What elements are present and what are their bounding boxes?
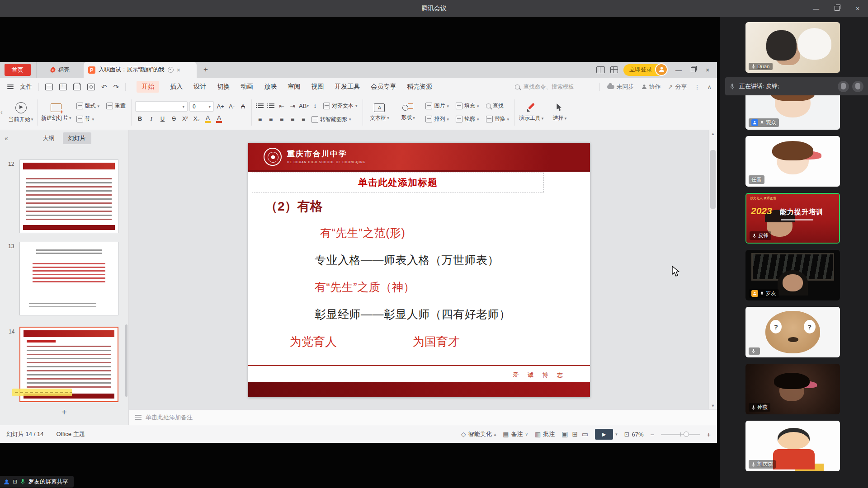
panel-scrollbar-thumb[interactable] [125,324,127,397]
arrange-button[interactable]: 排列▾ [424,113,451,125]
close-button[interactable]: × [847,0,868,17]
tab-slideshow[interactable]: 放映 [264,83,277,91]
clear-format-button[interactable]: A [238,101,248,112]
start-from-current-button[interactable]: 当前开始▾ [8,98,33,127]
tab-docer[interactable]: 稻壳 [36,62,84,78]
reset-button[interactable]: 重置 [104,100,127,112]
participant-tile[interactable]: ? ? [745,307,840,357]
export-icon[interactable] [59,84,67,90]
slide-thumbnail-13[interactable]: 13 [19,242,118,315]
shapes-button[interactable]: 形状▾ [395,98,420,127]
presentation-tools-button[interactable]: 演示工具▾ [519,98,544,127]
picture-button[interactable]: 图片▾ [424,100,451,112]
tab-outline[interactable]: 大纲 [38,132,60,144]
redo-icon[interactable]: ↷ [113,84,119,90]
comments-button[interactable]: ▥批注 [535,430,555,438]
scroll-down-icon[interactable]: ▼ [709,402,717,409]
participant-tile[interactable]: 刘庆森 [745,421,840,471]
minimize-button[interactable]: — [806,0,826,17]
tab-view[interactable]: 视图 [311,83,324,91]
font-size-select[interactable]: 0▾ [189,101,214,112]
strikethrough-button[interactable]: S [169,113,179,124]
collapse-ribbon-icon[interactable]: ∧ [707,84,712,90]
align-left-icon[interactable]: ≡ [255,114,264,124]
search-input[interactable] [523,83,592,90]
participant-tile[interactable]: 罗友 [745,250,840,300]
smart-beautify-button[interactable]: ◇智能美化▴ [461,430,496,438]
outdent-button[interactable]: ⇤ [277,101,286,111]
zoom-slider[interactable] [661,434,700,435]
collaborate-button[interactable]: 协作 [642,83,661,91]
login-button[interactable]: 立即登录 [623,64,666,76]
menu-file[interactable]: 文件 [20,83,32,91]
font-name-select[interactable]: ▾ [135,101,188,112]
print-icon[interactable] [73,84,81,90]
font-color-button[interactable]: A [214,113,224,124]
tab-home[interactable]: 开始 [137,81,159,93]
participant-tile[interactable]: Duan [745,22,840,73]
tab-docer-resources[interactable]: 稻壳资源 [407,83,432,91]
tab-member[interactable]: 会员专享 [371,83,396,91]
replace-button[interactable]: 替换▾ [484,113,511,125]
tab-slides[interactable]: 幻灯片 [63,132,91,144]
wps-minimize-button[interactable]: — [672,63,685,77]
notes-toggle-button[interactable]: ▤备注∨ [503,430,528,438]
share-button[interactable]: ↗分享 [668,83,687,91]
theme-name[interactable]: Office 主题 [56,430,85,438]
zoom-out-button[interactable]: − [650,431,654,438]
underline-button[interactable]: U [158,113,167,124]
bullet-list-button[interactable] [255,101,264,111]
hamburger-icon[interactable] [7,86,14,87]
tab-close-icon[interactable]: × [177,66,180,74]
find-button[interactable]: 查找 [484,100,511,112]
wps-home-button[interactable]: 首页 [5,64,31,76]
tab-active-document[interactable]: P 入职面试：展示“靓丽”的我 × [84,62,197,78]
italic-button[interactable]: I [146,113,156,124]
highlight-color-button[interactable]: A [203,113,212,124]
bold-button[interactable]: B [135,113,145,124]
workspace-grid-icon[interactable] [610,66,618,73]
slide-title-placeholder[interactable]: 单击此处添加标题 [252,173,544,192]
command-search[interactable] [515,83,592,90]
slide-thumbnail-12[interactable]: 12 [19,160,118,233]
sync-status[interactable]: 未同步 [607,83,634,91]
scroll-up-icon[interactable]: ▲ [709,130,717,137]
character-spacing-button[interactable]: AB▾ [299,101,309,111]
tab-review[interactable]: 审阅 [288,83,300,91]
superscript-button[interactable]: X² [180,113,190,124]
sorter-view-icon[interactable]: ⊞ [572,430,578,438]
canvas-scrollbar[interactable]: ▲ ▼ [708,130,717,409]
scrollbar-thumb[interactable] [710,150,716,209]
clap-icon[interactable] [852,81,863,92]
distribute-icon[interactable]: ≡ [299,114,308,124]
decrease-font-button[interactable]: A- [227,101,236,112]
numbered-list-button[interactable] [266,101,275,111]
participant-tile[interactable]: 任晋 [745,136,840,187]
wps-close-button[interactable]: × [701,63,714,77]
increase-font-button[interactable]: A+ [216,101,225,112]
restore-button[interactable] [826,0,847,17]
zoom-in-button[interactable]: + [707,431,711,438]
layout-button[interactable]: 版式▾ [75,100,102,112]
outline-button[interactable]: 轮廓▾ [454,113,481,125]
tab-insert[interactable]: 插入 [170,83,183,91]
line-spacing-button[interactable]: ↕ [311,101,320,111]
new-slide-button[interactable]: 新建幻灯片▾ [41,98,71,127]
reading-view-icon[interactable]: ▭ [582,430,588,438]
wps-restore-button[interactable] [686,63,700,77]
split-view-icon[interactable] [596,66,605,73]
subscript-button[interactable]: X₂ [192,113,201,124]
presentation-slide[interactable]: 重庆市合川中学 HE CHUAN HIGH SCHOOL OF CHONGQIN… [248,143,590,397]
undo-icon[interactable]: ↶ [101,84,107,90]
chevron-left-icon[interactable]: ‹ [0,108,3,116]
screen-share-badge[interactable]: ⊞ 罗友的屏幕共享 [0,476,74,488]
text-box-button[interactable]: A 文本框▾ [367,98,392,127]
print-preview-icon[interactable] [87,84,95,90]
participant-tile-speaking[interactable]: 以文化人 承师正道 2023 能力提升培训 皮锋 [745,193,840,244]
new-tab-button[interactable]: + [201,65,211,75]
normal-view-icon[interactable]: ▣ [561,430,568,438]
tab-transition[interactable]: 切换 [217,83,230,91]
zoom-slider-handle[interactable] [684,432,689,437]
collapse-panel-icon[interactable]: « [5,135,8,142]
tab-developer[interactable]: 开发工具 [335,83,360,91]
